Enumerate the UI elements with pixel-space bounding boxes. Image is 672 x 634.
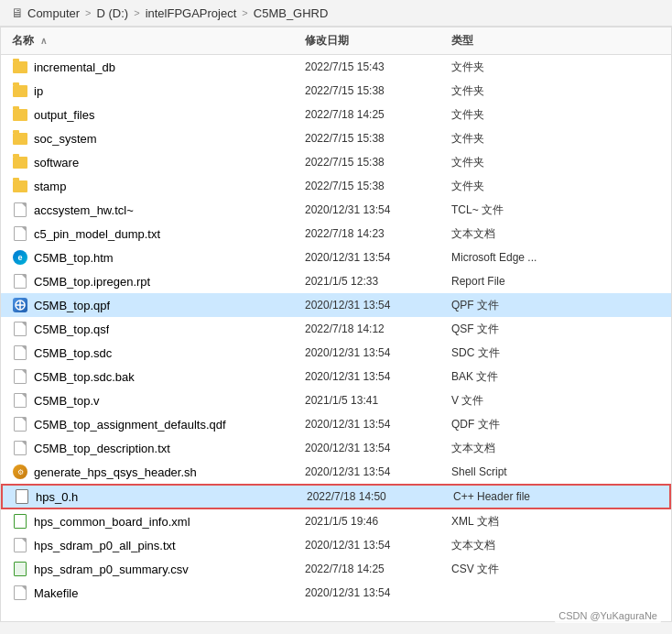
file-name: Makefile	[34, 586, 78, 600]
breadcrumb-item-computer[interactable]: Computer	[27, 6, 80, 20]
shell-icon: ⚙	[12, 464, 28, 480]
file-name: software	[34, 156, 79, 169]
file-explorer: 名称 ∧ 修改日期 类型 incremental_db 2022/7/15 15…	[0, 27, 672, 622]
table-row[interactable]: C5MB_top.qsf 2022/7/18 14:12 QSF 文件	[1, 317, 671, 341]
file-name: C5MB_top.htm	[34, 251, 114, 265]
file-name-cell: ip	[12, 82, 305, 99]
file-type: 文件夹	[451, 155, 660, 170]
table-row[interactable]: ⚙ generate_hps_qsys_header.sh 2020/12/31…	[1, 460, 671, 484]
table-row[interactable]: hps_sdram_p0_all_pins.txt 2020/12/31 13:…	[1, 533, 671, 557]
sort-arrow: ∧	[40, 36, 47, 46]
table-row[interactable]: e C5MB_top.htm 2020/12/31 13:54 Microsof…	[1, 246, 671, 269]
file-icon	[12, 585, 28, 601]
csv-icon	[12, 561, 28, 577]
file-name-cell: C5MB_top.sdc.bak	[12, 368, 305, 385]
file-date: 2020/12/31 13:54	[305, 346, 451, 359]
file-name: C5MB_top.qsf	[34, 322, 109, 336]
col-header-type[interactable]: 类型	[451, 33, 660, 49]
file-name-cell: e C5MB_top.htm	[12, 249, 305, 266]
file-icon	[12, 392, 28, 409]
file-date: 2022/7/18 14:50	[307, 490, 453, 503]
breadcrumb-item-d[interactable]: D (D:)	[97, 6, 129, 20]
file-name: C5MB_top.sdc.bak	[34, 370, 135, 384]
file-name-cell: C5MB_top.qsf	[12, 321, 305, 337]
table-row[interactable]: accsystem_hw.tcl~ 2020/12/31 13:54 TCL~ …	[1, 198, 671, 222]
file-name: hps_0.h	[36, 490, 78, 504]
breadcrumb-item-intelfpga[interactable]: intelFPGAProject	[146, 6, 237, 20]
table-row[interactable]: soc_system 2022/7/15 15:38 文件夹	[1, 126, 671, 150]
file-name-cell: soc_system	[12, 130, 305, 147]
file-type: V 文件	[451, 393, 660, 409]
file-date: 2020/12/31 13:54	[305, 418, 451, 431]
table-row[interactable]: C5MB_top.v 2021/1/5 13:41 V 文件	[1, 388, 671, 412]
file-icon	[12, 537, 28, 553]
table-row[interactable]: C5MB_top.qpf 2020/12/31 13:54 QPF 文件	[1, 293, 671, 317]
folder-icon	[12, 178, 28, 194]
breadcrumb-root-icon: 🖥	[11, 5, 24, 20]
table-row[interactable]: ip 2022/7/15 15:38 文件夹	[1, 79, 671, 103]
file-date: 2022/7/15 15:38	[305, 84, 451, 97]
file-icon	[12, 273, 28, 290]
table-row[interactable]: hps_0.h 2022/7/18 14:50 C++ Header file	[1, 484, 671, 509]
file-type: QDF 文件	[451, 417, 660, 432]
col-header-name[interactable]: 名称 ∧	[12, 33, 305, 49]
table-row[interactable]: c5_pin_model_dump.txt 2022/7/18 14:23 文本…	[1, 222, 671, 246]
file-name: C5MB_top_description.txt	[34, 442, 170, 455]
file-name-cell: c5_pin_model_dump.txt	[12, 225, 305, 242]
file-name: C5MB_top.ipregen.rpt	[34, 275, 150, 289]
file-name-cell: hps_0.h	[14, 488, 307, 505]
file-name-cell: Makefile	[12, 585, 305, 601]
file-date: 2022/7/18 14:12	[305, 322, 451, 335]
file-icon	[12, 416, 28, 432]
folder-icon	[12, 59, 28, 75]
file-date: 2022/7/18 14:25	[305, 108, 451, 121]
table-row[interactable]: stamp 2022/7/15 15:38 文件夹	[1, 174, 671, 198]
file-name-cell: hps_sdram_p0_summary.csv	[12, 561, 305, 577]
file-type: 文件夹	[451, 60, 660, 75]
file-name: hps_sdram_p0_all_pins.txt	[34, 539, 176, 552]
file-name: stamp	[34, 180, 66, 193]
file-name-cell: incremental_db	[12, 59, 305, 75]
table-row[interactable]: C5MB_top.sdc 2020/12/31 13:54 SDC 文件	[1, 341, 671, 365]
table-row[interactable]: C5MB_top_assignment_defaults.qdf 2020/12…	[1, 412, 671, 436]
file-name: soc_system	[34, 132, 97, 146]
table-header: 名称 ∧ 修改日期 类型	[1, 27, 671, 55]
watermark: CSDN @YuKaguraNe	[555, 608, 661, 623]
edge-icon: e	[12, 249, 28, 266]
file-name: generate_hps_qsys_header.sh	[34, 465, 197, 479]
file-type: 文本文档	[451, 441, 660, 456]
file-date: 2021/1/5 13:41	[305, 394, 451, 407]
file-type: C++ Header file	[453, 490, 658, 503]
col-header-date[interactable]: 修改日期	[305, 33, 451, 49]
file-date: 2020/12/31 13:54	[305, 251, 451, 264]
file-date: 2020/12/31 13:54	[305, 586, 451, 599]
file-list: incremental_db 2022/7/15 15:43 文件夹 ip 20…	[1, 55, 671, 605]
file-type: 文件夹	[451, 179, 660, 194]
table-row[interactable]: C5MB_top_description.txt 2020/12/31 13:5…	[1, 436, 671, 460]
table-row[interactable]: hps_common_board_info.xml 2021/1/5 19:46…	[1, 509, 671, 533]
file-type: BAK 文件	[451, 369, 660, 385]
file-name-cell: ⚙ generate_hps_qsys_header.sh	[12, 464, 305, 480]
table-row[interactable]: output_files 2022/7/18 14:25 文件夹	[1, 103, 671, 126]
file-name: hps_common_board_info.xml	[34, 515, 190, 529]
breadcrumb-item-c5mb[interactable]: C5MB_GHRD	[254, 6, 329, 20]
file-date: 2020/12/31 13:54	[305, 465, 451, 478]
file-date: 2020/12/31 13:54	[305, 539, 451, 552]
table-row[interactable]: software 2022/7/15 15:38 文件夹	[1, 150, 671, 174]
file-name: hps_sdram_p0_summary.csv	[34, 563, 189, 576]
file-icon	[12, 321, 28, 337]
file-icon	[12, 440, 28, 456]
file-icon	[12, 344, 28, 361]
file-date: 2022/7/15 15:38	[305, 132, 451, 145]
file-icon	[12, 368, 28, 385]
file-type: SDC 文件	[451, 345, 660, 361]
table-row[interactable]: hps_sdram_p0_summary.csv 2022/7/18 14:25…	[1, 557, 671, 581]
file-name-cell: output_files	[12, 106, 305, 123]
table-row[interactable]: incremental_db 2022/7/15 15:43 文件夹	[1, 55, 671, 79]
folder-icon	[12, 82, 28, 99]
table-row[interactable]: C5MB_top.ipregen.rpt 2021/1/5 12:33 Repo…	[1, 269, 671, 293]
file-name-cell: accsystem_hw.tcl~	[12, 202, 305, 218]
table-row[interactable]: C5MB_top.sdc.bak 2020/12/31 13:54 BAK 文件	[1, 365, 671, 388]
file-icon	[12, 202, 28, 218]
table-row[interactable]: Makefile 2020/12/31 13:54	[1, 581, 671, 605]
